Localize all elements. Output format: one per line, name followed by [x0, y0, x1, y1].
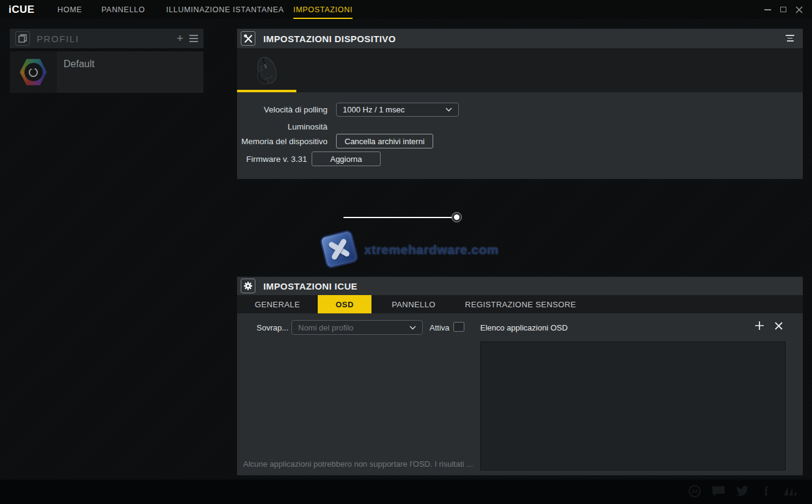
osd-app-list-title: Elenco applicazioni OSD — [480, 323, 568, 332]
profiles-title: PROFILI — [37, 34, 79, 44]
osd-application-list[interactable] — [480, 341, 786, 470]
nav-tab-home[interactable]: HOME — [57, 0, 82, 19]
osd-tab-content: Sovrap... Nomi del profilo Attiva Elenco… — [237, 313, 803, 475]
add-application-button[interactable] — [753, 320, 766, 332]
icue-tab-strip: GENERALE OSD PANNELLO REGISTRAZIONE SENS… — [237, 295, 803, 313]
support-24-icon[interactable]: 24 — [687, 484, 702, 499]
profiles-pages-icon — [15, 31, 30, 46]
chevron-down-icon — [409, 326, 416, 330]
profile-item-default[interactable]: Default — [10, 51, 203, 93]
x-badge-icon — [319, 229, 359, 269]
firmware-update-button[interactable]: Aggiorna — [312, 152, 381, 166]
attiva-checkbox[interactable] — [453, 322, 464, 332]
corsair-icon[interactable] — [783, 484, 797, 499]
add-profile-icon[interactable]: + — [177, 33, 183, 44]
overlay-label: Sovrap... — [257, 323, 288, 332]
icue-settings-panel: IMPOSTAZIONI ICUE GENERALE OSD PANNELLO … — [237, 277, 803, 475]
maximize-icon — [780, 7, 786, 12]
twitter-icon[interactable] — [735, 484, 750, 499]
firmware-version-label: Firmware v. 3.31 — [246, 155, 307, 164]
nav-tab-pannello[interactable]: PANNELLO — [101, 0, 145, 19]
tools-icon — [241, 31, 255, 46]
osd-note: Alcune applicazioni potrebbero non suppo… — [243, 459, 473, 469]
mouse-device-thumbnail-icon — [248, 53, 286, 88]
maximize-button[interactable] — [775, 0, 791, 19]
tab-osd[interactable]: OSD — [318, 295, 371, 313]
slider-track[interactable] — [343, 217, 455, 218]
tab-registrazione-sensore[interactable]: REGISTRAZIONE SENSORE — [456, 295, 585, 313]
icue-app-window: iCUE HOME PANNELLO ILLUMINAZIONE ISTANTA… — [0, 0, 812, 504]
polling-rate-dropdown[interactable]: 1000 Hz / 1 msec — [336, 103, 459, 117]
device-settings-header: IMPOSTAZIONI DISPOSITIVO — [237, 29, 803, 48]
profile-names-dropdown[interactable]: Nomi del profilo — [291, 320, 423, 335]
watermark-text: xtremehardware.com — [364, 243, 499, 257]
facebook-icon[interactable]: f — [759, 484, 774, 499]
gear-icon — [241, 279, 255, 293]
clear-memory-button[interactable]: Cancella archivi interni — [336, 134, 433, 148]
device-settings-panel: IMPOSTAZIONI DISPOSITIVO — [237, 29, 803, 179]
profile-names-value: Nomi del profilo — [298, 323, 353, 332]
profile-name: Default — [64, 59, 95, 93]
device-tab-strip — [237, 48, 803, 92]
profile-icon-tile — [10, 51, 57, 93]
top-nav-bar: iCUE HOME PANNELLO ILLUMINAZIONE ISTANTA… — [0, 0, 812, 19]
device-settings-content: Velocità di polling 1000 Hz / 1 msec Lum… — [237, 92, 803, 179]
power-icon — [29, 68, 38, 77]
chevron-down-icon — [445, 108, 452, 112]
minimize-icon — [764, 9, 771, 10]
close-icon — [796, 6, 803, 13]
brightness-label: Luminosità — [288, 122, 327, 131]
close-button[interactable] — [791, 0, 807, 19]
add-icon — [755, 321, 764, 331]
xtremehardware-watermark: xtremehardware.com — [320, 232, 479, 271]
remove-application-button[interactable] — [772, 320, 785, 332]
minimize-button[interactable] — [759, 0, 775, 19]
profile-menu-icon[interactable] — [189, 35, 198, 42]
slider-thumb[interactable] — [452, 212, 462, 222]
attiva-label: Attiva — [430, 323, 450, 332]
nav-tab-illuminazione-istantanea[interactable]: ILLUMINAZIONE ISTANTANEA — [166, 0, 284, 19]
polling-rate-label: Velocità di polling — [264, 105, 327, 114]
icue-logo[interactable]: iCUE — [9, 0, 35, 19]
tab-pannello[interactable]: PANNELLO — [371, 295, 456, 313]
profiles-header: PROFILI + — [10, 29, 203, 48]
footer-bar: 24 f — [0, 480, 812, 504]
icue-settings-header: IMPOSTAZIONI ICUE — [237, 277, 803, 295]
icue-settings-title: IMPOSTAZIONI ICUE — [263, 281, 357, 291]
device-tab-mouse[interactable] — [237, 48, 296, 92]
polling-rate-value: 1000 Hz / 1 msec — [343, 105, 404, 114]
device-settings-title: IMPOSTAZIONI DISPOSITIVO — [263, 34, 396, 44]
chat-icon[interactable] — [711, 484, 726, 499]
remove-icon — [775, 322, 783, 330]
tab-generale[interactable]: GENERALE — [237, 295, 318, 313]
panel-menu-icon[interactable] — [786, 35, 794, 42]
device-memory-label: Memoria del dispositivo — [241, 137, 327, 146]
brightness-slider[interactable] — [343, 212, 457, 223]
nav-tab-impostazioni[interactable]: IMPOSTAZIONI — [293, 0, 353, 19]
icue-hex-logo-icon — [20, 58, 48, 86]
window-controls — [759, 0, 807, 19]
